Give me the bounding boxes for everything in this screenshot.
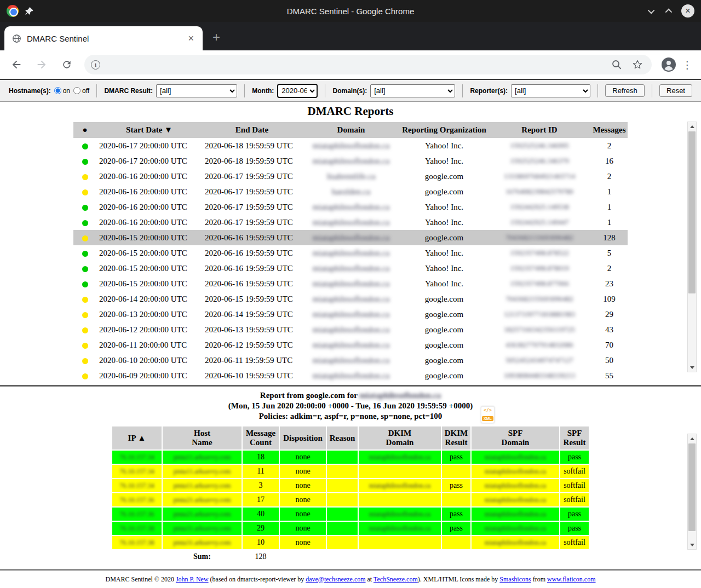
domain-select[interactable]: [all] [370, 84, 455, 97]
close-window-button[interactable]: × [681, 4, 694, 18]
new-tab-button[interactable]: + [212, 31, 220, 44]
spf-domain: miataphilesoflondon.ca [471, 521, 560, 535]
reporter-select[interactable]: [all] [511, 84, 590, 97]
month-select[interactable]: 2020-06 [277, 84, 318, 98]
hostname-off-option[interactable]: off [73, 87, 89, 95]
report-row[interactable]: 2020-06-16 20:00:00 UTC2020-06-17 19:59:… [73, 184, 628, 199]
footer-text-segment: at [366, 575, 374, 583]
report-start-date: 2020-06-09 20:00:00 UTC [96, 368, 202, 383]
report-row[interactable]: 2020-06-14 20:00:00 UTC2020-06-15 19:59:… [73, 291, 628, 307]
site-info-icon[interactable]: i [91, 60, 100, 70]
sum-label: Sum: [162, 550, 242, 564]
scroll-up-button[interactable] [688, 122, 696, 131]
address-bar[interactable]: i [84, 55, 652, 74]
col-dkim-domain[interactable]: DKIM Domain [358, 426, 441, 450]
scrollbar-thumb[interactable] [688, 131, 696, 293]
detail-row: 76.10.157.36pmta21.arksavvy.com17nonemia… [112, 493, 589, 507]
col-domain[interactable]: Domain [302, 122, 400, 138]
scrollbar-track[interactable] [688, 443, 696, 540]
spf-domain: miataphilesoflondon.ca [471, 507, 560, 521]
report-start-date: 2020-06-17 20:00:00 UTC [96, 138, 202, 153]
col-start-date[interactable]: Start Date ▼ [96, 122, 202, 138]
bookmark-button[interactable] [630, 57, 645, 72]
reason [326, 464, 358, 479]
reports-scrollbar[interactable] [687, 122, 697, 372]
col-message-count[interactable]: Message Count [242, 426, 279, 450]
report-row[interactable]: 2020-06-09 20:00:00 UTC2020-06-10 19:59:… [73, 368, 628, 383]
spf-result: pass [560, 521, 589, 535]
back-button[interactable] [5, 54, 27, 76]
col-end-date[interactable]: End Date [202, 122, 302, 138]
report-row[interactable]: 2020-06-15 20:00:00 UTC2020-06-16 19:59:… [73, 276, 628, 291]
spf-domain: miataphilesoflondon.ca [471, 479, 560, 493]
reload-button[interactable] [56, 54, 78, 76]
col-reporting-organization[interactable]: Reporting Organization [400, 122, 488, 138]
dkim-result: pass [441, 507, 471, 521]
detail-header-daterange: (Mon, 15 Jun 2020 20:00:00 +0000 - Tue, … [0, 401, 701, 411]
report-row[interactable]: 2020-06-15 20:00:00 UTC2020-06-16 19:59:… [73, 261, 628, 276]
report-row[interactable]: 2020-06-16 20:00:00 UTC2020-06-17 19:59:… [73, 215, 628, 230]
profile-avatar[interactable] [662, 57, 676, 72]
report-start-date: 2020-06-13 20:00:00 UTC [96, 307, 202, 322]
dmarc-result-select[interactable]: [all] [156, 84, 237, 97]
report-row[interactable]: 2020-06-15 20:00:00 UTC2020-06-16 19:59:… [73, 245, 628, 261]
report-row[interactable]: 2020-06-12 20:00:00 UTC2020-06-13 19:59:… [73, 322, 628, 337]
report-end-date: 2020-06-11 19:59:59 UTC [202, 353, 302, 368]
scrollbar-thumb[interactable] [688, 443, 696, 531]
col-spf-domain[interactable]: SPF Domain [471, 426, 560, 450]
refresh-button[interactable]: Refresh [605, 84, 645, 97]
tab-close-button[interactable]: × [185, 32, 197, 44]
footer-link[interactable]: www.flaticon.com [547, 575, 596, 583]
host-name: pmta11.arksavvy.com [162, 479, 242, 493]
hostname-on-radio[interactable] [54, 87, 61, 94]
xml-code-glyph: </> [484, 408, 491, 413]
report-row[interactable]: 2020-06-17 20:00:00 UTC2020-06-18 19:59:… [73, 138, 628, 153]
pushpin-icon [25, 7, 33, 15]
col-messages[interactable]: Messages [591, 122, 628, 138]
source-ip: 76.10.157.36 [112, 507, 162, 521]
report-row[interactable]: 2020-06-11 20:00:00 UTC2020-06-12 19:59:… [73, 337, 628, 353]
globe-favicon [12, 34, 21, 43]
browser-menu-button[interactable]: ⋮ [679, 59, 696, 71]
report-row[interactable]: 2020-06-16 20:00:00 UTC2020-06-17 19:59:… [73, 169, 628, 184]
detail-scrollbar[interactable] [687, 434, 697, 550]
footer-link[interactable]: Smashicons [499, 575, 531, 583]
reason [326, 450, 358, 464]
report-row[interactable]: 2020-06-13 20:00:00 UTC2020-06-14 19:59:… [73, 307, 628, 322]
col-spf-result[interactable]: SPF Result [560, 426, 589, 450]
forward-button[interactable] [31, 54, 53, 76]
footer-link[interactable]: John P. New [176, 575, 209, 583]
kebab-icon: ⋮ [682, 59, 693, 71]
maximize-button[interactable] [665, 6, 670, 16]
footer-link[interactable]: dave@techsneeze.com [306, 575, 365, 583]
report-detail-frame: Report from google.com for miataphilesof… [0, 387, 701, 569]
col-host-name[interactable]: Host Name [162, 426, 242, 450]
scroll-down-button[interactable] [688, 540, 696, 549]
scroll-down-button[interactable] [688, 363, 696, 372]
host-name: pmta31.arksavvy.com [162, 521, 242, 535]
report-row[interactable]: 2020-06-15 20:00:00 UTC2020-06-16 19:59:… [73, 230, 628, 245]
scrollbar-track[interactable] [688, 131, 696, 363]
hostname-off-radio[interactable] [73, 87, 81, 94]
source-ip: 76.10.157.38 [112, 535, 162, 550]
report-org: google.com [400, 307, 488, 322]
report-row[interactable]: 2020-06-16 20:00:00 UTC2020-06-17 19:59:… [73, 199, 628, 215]
minimize-button[interactable] [650, 6, 654, 16]
xml-file-icon[interactable]: </> XML [481, 406, 495, 423]
report-row[interactable]: 2020-06-10 20:00:00 UTC2020-06-11 19:59:… [73, 353, 628, 368]
hostname-on-option[interactable]: on [54, 87, 70, 95]
filter-separator [325, 84, 325, 97]
col-reason[interactable]: Reason [326, 426, 358, 450]
col-disposition[interactable]: Disposition [279, 426, 326, 450]
report-row[interactable]: 2020-06-17 20:00:00 UTC2020-06-18 19:59:… [73, 153, 628, 169]
col-dkim-result[interactable]: DKIM Result [441, 426, 471, 450]
col-report-id[interactable]: Report ID [488, 122, 591, 138]
col-ip[interactable]: IP ▲ [112, 426, 162, 450]
scroll-up-button[interactable] [688, 434, 696, 443]
zoom-button[interactable] [609, 57, 624, 72]
reset-button[interactable]: Reset [659, 84, 692, 97]
green-status-dot [82, 205, 88, 211]
titlebar-left [7, 5, 127, 17]
tab-dmarc-sentinel[interactable]: DMARC Sentinel × [4, 26, 203, 50]
footer-link[interactable]: TechSneeze.com [374, 575, 418, 583]
